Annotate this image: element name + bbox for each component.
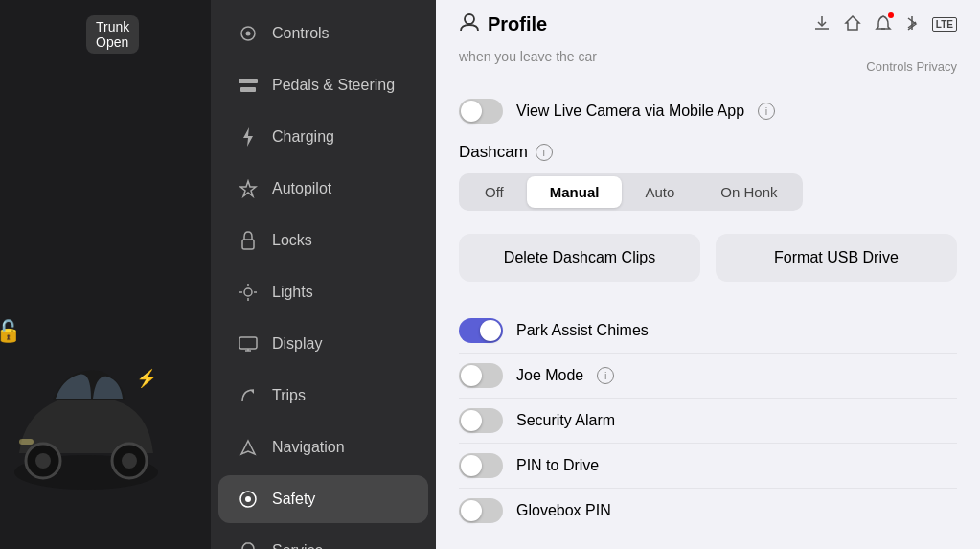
dashcam-mode-buttons: Off Manual Auto On Honk xyxy=(459,173,803,211)
action-buttons: Delete Dashcam Clips Format USB Drive xyxy=(459,234,957,282)
joe-mode-toggle[interactable] xyxy=(459,363,503,388)
svg-text:⚡: ⚡ xyxy=(136,368,158,389)
safety-icon xyxy=(238,489,259,510)
dashcam-info-icon[interactable]: i xyxy=(536,144,553,161)
sidebar-item-safety[interactable]: Safety xyxy=(218,475,428,523)
content-area: when you leave the car Controls Privacy … xyxy=(436,49,980,549)
svg-point-15 xyxy=(244,288,252,296)
svg-marker-24 xyxy=(241,441,255,454)
navigation-icon xyxy=(238,437,259,458)
notification-icon xyxy=(875,14,892,35)
joe-mode-thumb xyxy=(461,365,482,386)
svg-rect-14 xyxy=(242,240,254,249)
pin-to-drive-toggle[interactable] xyxy=(459,453,503,478)
dashcam-mode-manual[interactable]: Manual xyxy=(527,176,623,208)
svg-text:🔓: 🔓 xyxy=(0,318,22,344)
svg-marker-23 xyxy=(250,390,254,394)
joe-mode-row: Joe Mode i xyxy=(459,354,957,399)
sidebar-item-trips[interactable]: Trips xyxy=(218,372,428,420)
park-assist-thumb xyxy=(480,320,501,341)
lights-icon xyxy=(238,282,259,303)
glovebox-pin-row: Glovebox PIN xyxy=(459,489,957,533)
car-image: 🔓 ⚡ xyxy=(0,242,182,492)
svg-marker-13 xyxy=(240,181,256,196)
sidebar-item-autopilot[interactable]: Autopilot xyxy=(218,165,428,213)
glovebox-pin-thumb xyxy=(461,500,482,521)
live-camera-label: View Live Camera via Mobile App xyxy=(516,103,744,120)
home-icon xyxy=(844,14,861,35)
svg-point-3 xyxy=(35,453,51,469)
sidebar-item-display[interactable]: Display xyxy=(218,320,428,368)
header: Profile LTE xyxy=(436,0,980,49)
lte-signal-icon: LTE xyxy=(932,17,957,32)
sidebar: Controls Pedals & Steering Charging Auto… xyxy=(211,0,436,549)
park-assist-toggle[interactable] xyxy=(459,318,503,343)
format-usb-button[interactable]: Format USB Drive xyxy=(716,234,957,282)
download-icon xyxy=(813,14,831,35)
sidebar-item-controls[interactable]: Controls xyxy=(218,10,428,57)
security-alarm-toggle[interactable] xyxy=(459,408,503,433)
live-camera-info-icon[interactable]: i xyxy=(758,103,775,120)
svg-point-29 xyxy=(465,14,474,24)
header-icons: LTE xyxy=(813,14,957,35)
toggle-items: Park Assist Chimes Joe Mode i Security A… xyxy=(459,309,957,533)
joe-mode-label: Joe Mode xyxy=(516,367,583,384)
sidebar-item-navigation[interactable]: Navigation xyxy=(218,423,428,471)
charging-icon xyxy=(238,126,259,148)
joe-mode-info-icon[interactable]: i xyxy=(597,367,614,384)
dashcam-mode-off[interactable]: Off xyxy=(462,176,527,208)
profile-header: Profile xyxy=(459,11,547,37)
svg-point-26 xyxy=(245,496,251,502)
trips-icon xyxy=(238,385,259,406)
trunk-status: Trunk Open xyxy=(86,15,139,54)
svg-marker-32 xyxy=(846,16,859,30)
autopilot-icon xyxy=(238,178,259,199)
svg-rect-11 xyxy=(240,87,256,92)
live-camera-row: View Live Camera via Mobile App i xyxy=(459,99,957,124)
dashcam-mode-onhonk[interactable]: On Honk xyxy=(697,176,800,208)
profile-icon xyxy=(459,11,480,37)
svg-rect-10 xyxy=(239,79,258,83)
controls-icon xyxy=(238,23,259,44)
notification-dot xyxy=(888,12,894,18)
pin-to-drive-row: PIN to Drive xyxy=(459,444,957,489)
pedals-icon xyxy=(238,75,259,96)
sidebar-item-pedals[interactable]: Pedals & Steering xyxy=(218,61,428,109)
dashcam-section-title: Dashcam i xyxy=(459,143,957,162)
pin-to-drive-thumb xyxy=(461,455,482,476)
live-camera-thumb xyxy=(461,101,482,122)
glovebox-pin-label: Glovebox PIN xyxy=(516,502,611,519)
sidebar-item-lights[interactable]: Lights xyxy=(218,268,428,316)
bluetooth-icon xyxy=(905,14,919,35)
sidebar-item-service[interactable]: Service xyxy=(218,527,428,549)
sidebar-item-charging[interactable]: Charging xyxy=(218,113,428,161)
glovebox-pin-toggle[interactable] xyxy=(459,498,503,523)
svg-marker-12 xyxy=(243,127,253,147)
security-alarm-thumb xyxy=(461,410,482,431)
car-panel: Trunk Open 🔓 ⚡ xyxy=(0,0,211,549)
subtitle-text: when you leave the car xyxy=(459,49,597,64)
svg-point-5 xyxy=(122,453,137,469)
main-content: Profile LTE when you leave the car Contr… xyxy=(436,0,980,549)
svg-point-9 xyxy=(246,32,251,36)
dashcam-mode-auto[interactable]: Auto xyxy=(622,176,697,208)
svg-rect-20 xyxy=(239,337,257,349)
security-alarm-row: Security Alarm xyxy=(459,399,957,444)
security-alarm-label: Security Alarm xyxy=(516,412,615,429)
display-icon xyxy=(238,333,259,355)
delete-clips-button[interactable]: Delete Dashcam Clips xyxy=(459,234,700,282)
sidebar-item-locks[interactable]: Locks xyxy=(218,217,428,264)
pin-to-drive-label: PIN to Drive xyxy=(516,457,599,474)
controls-privacy-link[interactable]: Controls Privacy xyxy=(866,59,957,74)
live-camera-toggle[interactable] xyxy=(459,99,503,124)
park-assist-row: Park Assist Chimes xyxy=(459,309,957,354)
service-icon xyxy=(238,540,259,549)
svg-rect-6 xyxy=(19,439,34,445)
locks-icon xyxy=(238,230,259,251)
park-assist-label: Park Assist Chimes xyxy=(516,322,649,339)
